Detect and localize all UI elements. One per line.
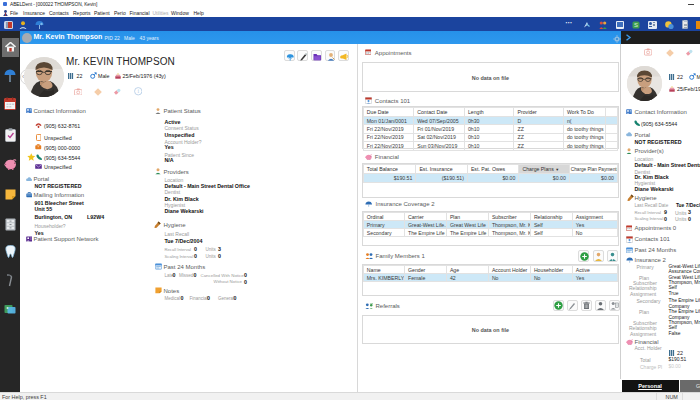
svg-text:i: i <box>137 88 139 94</box>
svg-text:S: S <box>633 22 637 28</box>
